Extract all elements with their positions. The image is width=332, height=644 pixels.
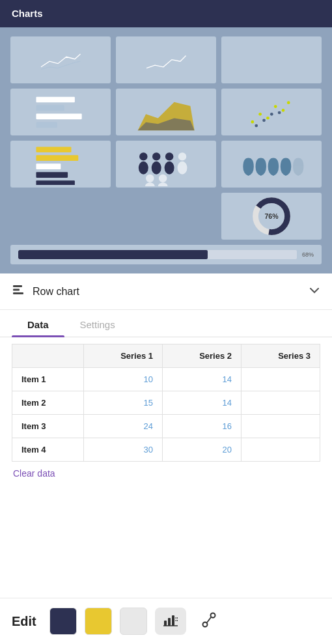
- svg-point-24: [152, 161, 161, 175]
- tab-settings[interactable]: Settings: [64, 313, 131, 337]
- data-table: Series 1 Series 2 Series 3 Item 1 10 14 …: [12, 344, 320, 462]
- chevron-down-icon[interactable]: [309, 285, 320, 299]
- header-title: Charts: [12, 8, 43, 19]
- svg-line-47: [207, 617, 211, 623]
- svg-point-28: [177, 161, 187, 175]
- svg-point-46: [202, 622, 207, 626]
- svg-rect-37: [13, 289, 20, 291]
- svg-rect-36: [13, 285, 22, 287]
- table-header-row: Series 1 Series 2 Series 3: [12, 344, 320, 368]
- svg-rect-2: [36, 113, 81, 119]
- table-row: Item 4 30 20: [12, 438, 320, 462]
- table-row: Item 1 10 14: [12, 368, 320, 391]
- svg-point-14: [270, 113, 273, 116]
- row2-s2[interactable]: 14: [163, 391, 242, 415]
- table-row: Item 2 15 14: [12, 391, 320, 415]
- svg-point-45: [210, 613, 215, 617]
- row3-s3[interactable]: [242, 415, 320, 438]
- svg-rect-18: [36, 163, 61, 169]
- row4-s1[interactable]: 30: [84, 438, 163, 462]
- svg-rect-1: [36, 105, 64, 111]
- tab-data[interactable]: Data: [12, 313, 64, 337]
- svg-point-7: [258, 113, 262, 116]
- color-swatch-dark[interactable]: [49, 608, 77, 635]
- svg-rect-38: [13, 292, 23, 294]
- svg-point-25: [165, 152, 173, 160]
- row1-item[interactable]: Item 1: [12, 368, 84, 391]
- chart-type-selector[interactable]: Row chart: [0, 273, 332, 310]
- row1-s2[interactable]: 14: [163, 368, 242, 391]
- svg-rect-20: [36, 180, 74, 186]
- chart-thumb-area[interactable]: [116, 89, 216, 135]
- row1-s3[interactable]: [242, 368, 320, 391]
- chart-thumb-donut[interactable]: 76%: [221, 193, 322, 240]
- svg-rect-16: [36, 147, 71, 152]
- svg-point-13: [262, 119, 266, 122]
- chart-thumb-pictogram[interactable]: [116, 141, 216, 188]
- color-swatch-yellow[interactable]: [85, 608, 112, 635]
- col-header-item: [12, 344, 84, 368]
- svg-rect-3: [36, 122, 57, 128]
- chart-thumb-bar1[interactable]: [221, 36, 322, 83]
- svg-point-12: [255, 124, 258, 127]
- svg-point-9: [274, 105, 277, 108]
- row2-s3[interactable]: [242, 391, 320, 415]
- svg-rect-19: [36, 172, 68, 178]
- tabs: Data Settings: [0, 313, 332, 337]
- chart-thumb-hbar2[interactable]: [10, 141, 111, 188]
- col-header-series1: Series 1: [84, 344, 163, 368]
- col-header-series2: Series 2: [163, 344, 242, 368]
- row1-s1[interactable]: 10: [84, 368, 163, 391]
- edit-label: Edit: [12, 614, 36, 629]
- row4-item[interactable]: Item 4: [12, 438, 84, 462]
- svg-rect-40: [168, 618, 171, 626]
- svg-text:76%: 76%: [264, 212, 279, 220]
- row4-s2[interactable]: 20: [163, 438, 242, 462]
- charts-preview: 76% 68%: [0, 27, 332, 273]
- svg-rect-39: [164, 621, 167, 626]
- table-wrapper: Series 1 Series 2 Series 3 Item 1 10 14 …: [0, 337, 332, 462]
- node-connection-icon: [201, 611, 218, 632]
- svg-point-30: [145, 182, 155, 186]
- svg-point-15: [277, 111, 281, 114]
- row2-s1[interactable]: 15: [84, 391, 163, 415]
- svg-rect-17: [36, 155, 78, 161]
- clear-data-button[interactable]: Clear data: [0, 462, 332, 489]
- svg-point-23: [152, 152, 160, 160]
- svg-point-22: [139, 161, 148, 175]
- row-chart-icon: [12, 283, 26, 300]
- chart-type-label: Row chart: [33, 286, 79, 298]
- chart-thumb-empty2: [116, 193, 216, 240]
- node-icon-button[interactable]: [194, 608, 225, 635]
- col-header-series3: Series 3: [242, 344, 320, 368]
- chart-thumb-drops[interactable]: [221, 141, 322, 188]
- row4-s3[interactable]: [242, 438, 320, 462]
- chart-thumb-progress[interactable]: 68%: [10, 245, 322, 264]
- chart-thumb-empty1: [10, 193, 111, 240]
- svg-point-29: [146, 175, 154, 182]
- row2-item[interactable]: Item 2: [12, 391, 84, 415]
- svg-point-21: [139, 152, 147, 160]
- svg-point-6: [251, 120, 254, 123]
- svg-point-26: [165, 161, 174, 175]
- svg-rect-41: [172, 615, 174, 626]
- svg-point-32: [158, 182, 168, 186]
- chart-thumb-line1[interactable]: [10, 36, 111, 83]
- svg-rect-0: [36, 96, 74, 102]
- row3-item[interactable]: Item 3: [12, 415, 84, 438]
- row3-s1[interactable]: 24: [84, 415, 163, 438]
- chart-thumb-scatter[interactable]: [221, 89, 322, 135]
- color-swatch-light[interactable]: [120, 608, 147, 635]
- svg-point-11: [287, 101, 290, 104]
- chart-thumb-hbar[interactable]: [10, 89, 111, 135]
- header: Charts: [0, 0, 332, 27]
- progress-label: 68%: [302, 251, 314, 258]
- chart-icon-button[interactable]: [155, 608, 186, 635]
- row3-s2[interactable]: 16: [163, 415, 242, 438]
- bottom-toolbar: Edit: [0, 598, 332, 644]
- svg-point-31: [159, 175, 167, 182]
- svg-point-27: [178, 152, 186, 160]
- svg-point-8: [266, 116, 270, 119]
- table-row: Item 3 24 16: [12, 415, 320, 438]
- chart-thumb-line2[interactable]: [116, 36, 216, 83]
